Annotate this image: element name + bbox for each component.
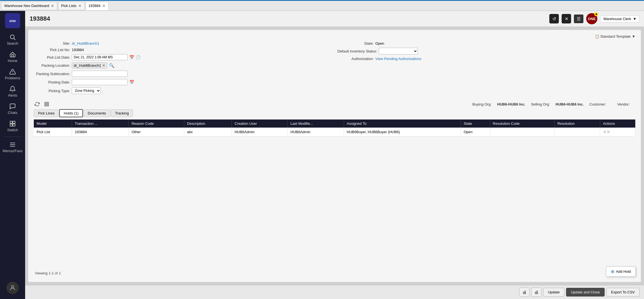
sidebar-divider (4, 137, 22, 137)
tab-warehouse-close[interactable]: ✕ (51, 4, 54, 8)
posting-date-row: Posting Date: 📅 (34, 79, 332, 85)
calendar-button[interactable]: 📅 (129, 55, 134, 59)
svg-rect-4 (10, 121, 12, 123)
tab-warehouse[interactable]: Warehouse Neo Dashboard ✕ (1, 2, 57, 10)
auth-value[interactable]: View Pending Authorizations (375, 57, 421, 61)
picklist-date-input[interactable] (72, 54, 128, 60)
col-state: State (461, 119, 490, 128)
cell-actions[interactable]: ✕✕ (600, 128, 635, 137)
form-right: State: Open Default Inventory Status: Au… (337, 41, 635, 96)
menu-button[interactable]: ☰ (574, 15, 583, 23)
app-logo[interactable]: one (5, 13, 20, 28)
viewing-text: Viewing 1-1 of 1 (35, 271, 61, 275)
tab-picklists-close[interactable]: ✕ (78, 4, 82, 8)
update-close-button[interactable]: Update and Close (566, 288, 605, 296)
picking-type-row: Picking Type: Zone PickingStandardBatch (34, 87, 332, 94)
cell-last-modified: HUB6Admin (288, 128, 344, 137)
tab-193884-label: 193884 (89, 4, 101, 8)
site-label: Site: (34, 41, 70, 46)
col-last-modified: Last Modifie... (288, 119, 344, 128)
template-chevron: ▼ (632, 34, 635, 39)
picklist-no-label: Pick List No: (34, 48, 70, 52)
sidebar-item-search[interactable]: Search (1, 32, 24, 48)
selling-org-value: HUB6-HUB6 Inc. (555, 102, 584, 106)
svg-point-0 (10, 35, 14, 39)
print-button[interactable]: 🖨 (531, 288, 542, 297)
tab-warehouse-label: Warehouse Neo Dashboard (4, 4, 49, 8)
holds-table: Model Transaction ... Reason Code Descri… (34, 119, 635, 137)
template-row[interactable]: 📋 Standard Template ▼ (34, 34, 635, 39)
orgs-tabs-row: Buying Org: HUB6-HUB6 Inc. Selling Org: … (34, 101, 635, 107)
header-bar: 193884 ↺ ✕ ☰ ONE ★ Warehouse Clerk ▼ (25, 11, 644, 27)
posting-date-cal-button[interactable]: 📅 (129, 80, 134, 84)
sidebar-item-home[interactable]: Home (1, 49, 24, 65)
col-assigned-to: Assigned To (344, 119, 461, 128)
cell-resolution (555, 128, 600, 137)
sidebar-item-problems[interactable]: Problems (1, 66, 24, 82)
packing-loc-tag: dr_Hub6Branch1 ✕ (72, 63, 107, 68)
sidebar-item-alerts[interactable]: Alerts (1, 83, 24, 100)
user-avatar-bottom[interactable] (6, 282, 19, 294)
packing-loc-search[interactable]: 🔍 (109, 63, 115, 68)
tab-picklists-label: Pick Lists (61, 4, 77, 8)
add-hold-plus-icon: ⊕ (611, 269, 614, 274)
customer-label: Customer: (589, 102, 606, 106)
picking-type-select[interactable]: Zone PickingStandardBatch (72, 87, 101, 94)
table-header-row: Model Transaction ... Reason Code Descri… (34, 119, 635, 128)
tab-193884-close[interactable]: ✕ (102, 4, 106, 8)
form-grid: Site: dr_Hub6Branch1 Pick List No: 19388… (34, 41, 635, 96)
update-button[interactable]: Update (543, 288, 564, 296)
svg-rect-6 (10, 124, 12, 126)
cell-state: Open (461, 128, 490, 137)
tab-documents[interactable]: Documents (84, 109, 110, 117)
form-left: Site: dr_Hub6Branch1 Pick List No: 19388… (34, 41, 332, 96)
grid-icon (44, 102, 49, 107)
home-icon (9, 51, 16, 58)
content-area: 193884 ↺ ✕ ☰ ONE ★ Warehouse Clerk ▼ (25, 11, 644, 299)
main-content: 📋 Standard Template ▼ Site: dr_Hub6Branc… (25, 27, 644, 299)
tab-picklists[interactable]: Pick Lists ✕ (58, 2, 85, 10)
cell-description: abc (184, 128, 232, 137)
col-creation-user: Creation User (232, 119, 287, 128)
cell-assigned-to: HUB6Buyer, HUB6Buyer (HUB6) (344, 128, 461, 137)
inv-status-select[interactable] (379, 48, 418, 54)
picklist-date-label: Pick List Date: (34, 55, 70, 59)
export-csv-button[interactable]: Export To CSV (606, 288, 640, 296)
table-refresh-button[interactable] (34, 101, 40, 107)
viewing-count: 1 (59, 271, 61, 275)
packing-loc-row: Packing Location: dr_Hub6Branch1 ✕ 🔍 (34, 63, 332, 68)
sidebar-item-menus[interactable]: Menus/Favs (1, 139, 24, 155)
sidebar-item-chats[interactable]: Chats (1, 101, 24, 117)
tab-bar: Warehouse Neo Dashboard ✕ Pick Lists ✕ 1… (0, 1, 644, 11)
grid-view-button[interactable] (43, 101, 50, 107)
icon-row (34, 101, 50, 107)
close-button[interactable]: ✕ (562, 14, 571, 23)
clock-button[interactable]: 🕐 (136, 55, 140, 59)
svg-rect-7 (13, 124, 15, 126)
site-value[interactable]: dr_Hub6Branch1 (72, 41, 99, 46)
packing-loc-value: dr_Hub6Branch1 (74, 63, 101, 68)
refresh-small-icon (35, 102, 40, 107)
refresh-button[interactable]: ↺ (549, 14, 559, 23)
sidebar: one Search Home Problems Alerts Chats Sw… (0, 11, 25, 299)
packing-subloc-input[interactable] (72, 71, 128, 77)
cell-transaction: 193884 (72, 128, 128, 137)
user-role-label: Warehouse Clerk (603, 17, 631, 21)
tab-pick-lines[interactable]: Pick Lines (34, 109, 59, 117)
print-preview-button[interactable]: 🖨 (519, 288, 529, 297)
tab-holds[interactable]: Holds (1) (59, 109, 83, 117)
page-title: 193884 (30, 15, 50, 22)
sidebar-item-switch[interactable]: Switch (1, 118, 24, 134)
table-footer: Viewing 1-1 of 1 (34, 269, 635, 278)
packing-loc-remove[interactable]: ✕ (102, 63, 105, 68)
packing-loc-label: Packing Location: (34, 63, 70, 68)
svg-rect-13 (47, 102, 49, 104)
tab-tracking[interactable]: Tracking (111, 109, 133, 117)
switch-icon (9, 120, 16, 127)
posting-date-input[interactable] (72, 79, 128, 85)
user-dropdown[interactable]: Warehouse Clerk ▼ (600, 15, 640, 22)
tab-193884[interactable]: 193884 ✕ (85, 2, 109, 10)
table-container: Model Transaction ... Reason Code Descri… (34, 119, 635, 269)
add-hold-button[interactable]: ⊕ Add Hold (606, 266, 636, 277)
user-avatar: ONE ★ (586, 13, 597, 24)
